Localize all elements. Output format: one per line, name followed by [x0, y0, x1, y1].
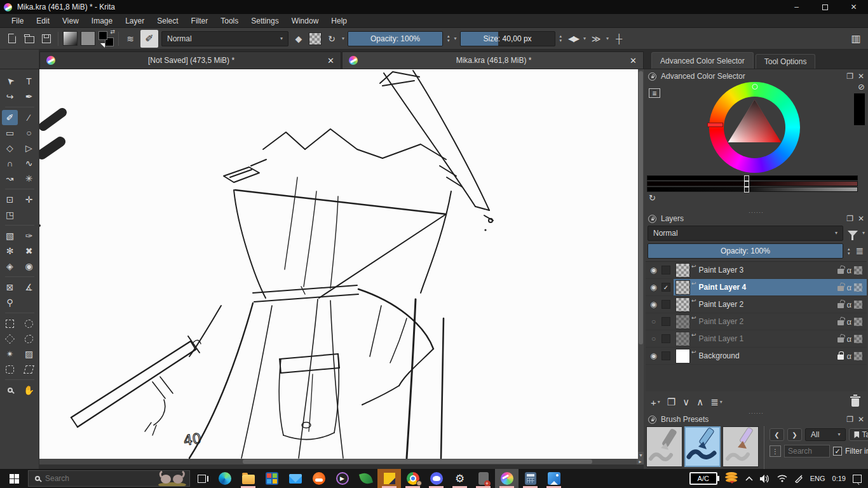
- next-preset-button[interactable]: ❯: [787, 428, 802, 441]
- gradient-tool[interactable]: ▧: [2, 228, 18, 243]
- mirror-horizontal-button[interactable]: ◀▶: [566, 30, 580, 47]
- maximize-button[interactable]: [811, 0, 839, 14]
- enclose-fill-tool[interactable]: ◉: [21, 259, 37, 274]
- spin-down-icon[interactable]: ▾: [560, 39, 562, 43]
- inherit-alpha-icon[interactable]: [854, 335, 862, 343]
- open-document-button[interactable]: [22, 30, 36, 47]
- taskbar-app-discord[interactable]: [424, 469, 448, 488]
- docker-lock-icon[interactable]: [648, 215, 656, 223]
- close-docker-icon[interactable]: ✕: [858, 214, 864, 223]
- layer-visibility-icon[interactable]: ○: [649, 317, 658, 326]
- dynamic-brush-tool[interactable]: ↝: [2, 171, 18, 186]
- preserve-alpha-button[interactable]: [309, 32, 322, 45]
- action-center-icon[interactable]: [853, 475, 862, 483]
- task-view-button[interactable]: [190, 469, 213, 488]
- layer-checkbox[interactable]: [661, 334, 670, 343]
- text-tool[interactable]: T: [21, 74, 37, 89]
- bezier-selection-tool[interactable]: [2, 362, 18, 377]
- add-layer-button[interactable]: +▾: [651, 397, 660, 408]
- horizontal-scrollbar[interactable]: ►: [39, 459, 644, 464]
- menu-layer[interactable]: Layer: [119, 15, 151, 27]
- docker-resize-handle[interactable]: [646, 207, 867, 213]
- tray-app-icon[interactable]: [724, 472, 738, 485]
- hue-slider[interactable]: [647, 175, 858, 180]
- bezier-curve-tool[interactable]: ∩: [2, 156, 18, 171]
- inherit-alpha-icon[interactable]: [854, 352, 862, 360]
- taskbar-app-photos[interactable]: [542, 469, 566, 488]
- taskbar-app-mail[interactable]: [283, 469, 307, 488]
- taskbar-app-edge[interactable]: [213, 469, 236, 488]
- line-tool[interactable]: ∕: [21, 110, 37, 125]
- float-docker-icon[interactable]: ❐: [846, 72, 853, 81]
- menu-image[interactable]: Image: [85, 15, 119, 27]
- layer-visibility-icon[interactable]: ◉: [649, 283, 658, 292]
- layer-row-paint-layer-3[interactable]: ◉ ↩ Paint Layer 3 α: [646, 262, 867, 279]
- chevron-down-icon[interactable]: ▾: [454, 36, 457, 41]
- measure-tool[interactable]: ∡: [21, 280, 37, 295]
- workspace-chooser-button[interactable]: ▥: [849, 30, 863, 47]
- layer-checkbox[interactable]: [661, 300, 670, 309]
- hue-marker[interactable]: [707, 123, 723, 127]
- tag-button[interactable]: Tag ▾: [849, 428, 868, 441]
- layer-unlocked-icon[interactable]: [837, 286, 844, 291]
- hue-slider-handle[interactable]: [744, 175, 749, 181]
- pen-icon[interactable]: [794, 474, 803, 483]
- layer-checkbox[interactable]: [661, 351, 670, 360]
- taskbar-search-input[interactable]: [45, 474, 150, 483]
- document-tab-not-saved[interactable]: [Not Saved] (473,5 MiB) * ✕: [39, 51, 341, 69]
- preset-search-input[interactable]: [788, 447, 826, 456]
- save-button[interactable]: [39, 30, 53, 47]
- saturation-slider-handle[interactable]: [744, 181, 749, 187]
- trim-to-image-button[interactable]: ┼: [612, 30, 626, 47]
- reload-original-preset-button[interactable]: ↻: [325, 30, 339, 47]
- freehand-brush-tool[interactable]: ✐: [2, 110, 18, 125]
- close-tab-icon[interactable]: ✕: [327, 56, 334, 65]
- layer-unlocked-icon[interactable]: [837, 303, 844, 308]
- transform-tool[interactable]: ⊡: [2, 192, 18, 207]
- saturation-slider[interactable]: [647, 181, 858, 186]
- close-docker-icon[interactable]: ✕: [858, 72, 864, 81]
- opacity-spinner[interactable]: ▴▾: [446, 34, 451, 43]
- menu-settings[interactable]: Settings: [245, 15, 285, 27]
- taskbar-app-soundcloud[interactable]: [307, 469, 330, 488]
- layer-row-background[interactable]: ◉ ↩ Background α: [646, 348, 867, 365]
- taskbar-app-chrome[interactable]: [401, 469, 424, 488]
- tray-expand-chevron-icon[interactable]: [745, 476, 753, 481]
- filter-in-tag-checkbox[interactable]: ✓: [833, 447, 842, 456]
- layer-checkbox[interactable]: [661, 317, 670, 326]
- alpha-channel-icon[interactable]: α: [846, 351, 851, 361]
- layer-row-paint-layer-1[interactable]: ○ ↩ Paint Layer 1 α: [646, 330, 867, 348]
- alpha-channel-icon[interactable]: α: [846, 283, 851, 292]
- pattern-edit-tool[interactable]: ✻: [2, 243, 18, 259]
- value-slider[interactable]: [647, 187, 858, 192]
- language-indicator[interactable]: ENG: [810, 475, 825, 482]
- elliptical-selection-tool[interactable]: [21, 316, 37, 331]
- assistants-tool[interactable]: ⊠: [2, 280, 18, 295]
- layer-row-paint-layer-2[interactable]: ◉ ↩ Paint Layer 2 α: [646, 296, 867, 313]
- color-sampler-tool[interactable]: ✑: [21, 228, 37, 243]
- chevron-down-icon[interactable]: ▾: [862, 231, 865, 236]
- contiguous-selection-tool[interactable]: ✴: [2, 346, 18, 362]
- rectangle-tool[interactable]: ▭: [2, 125, 18, 140]
- tag-filter-dropdown[interactable]: All ▾: [805, 428, 846, 441]
- similar-color-selection-tool[interactable]: ▨: [21, 346, 37, 362]
- docker-lock-icon[interactable]: [648, 416, 656, 424]
- taskbar-app-settings[interactable]: ⚙: [448, 469, 471, 488]
- taskbar-app-sticky-notes[interactable]: [377, 469, 401, 488]
- document-tab-mika[interactable]: Mika.kra (461,8 MiB) * ✕: [342, 51, 644, 69]
- taskbar-search-box[interactable]: [28, 470, 190, 487]
- clock[interactable]: 0:19: [832, 475, 846, 482]
- close-button[interactable]: ✕: [839, 0, 868, 14]
- inherit-alpha-icon[interactable]: [854, 318, 862, 326]
- taskbar-app-calculator[interactable]: [519, 469, 542, 488]
- new-document-button[interactable]: [5, 30, 19, 47]
- size-spinner[interactable]: ▴▾: [559, 34, 564, 43]
- layer-filter-icon[interactable]: [848, 231, 858, 236]
- layer-row-paint-layer-4[interactable]: ◉ ✓ ↩ Paint Layer 4 α: [646, 279, 867, 296]
- layer-checkbox[interactable]: [661, 266, 670, 274]
- select-shapes-tool[interactable]: ➤: [2, 74, 18, 89]
- battery-indicator[interactable]: A/C: [689, 472, 717, 485]
- layer-opacity-slider[interactable]: Opacity: 100%: [648, 243, 843, 259]
- reference-images-tool[interactable]: ⚲: [2, 295, 18, 310]
- layer-visibility-icon[interactable]: ◉: [649, 300, 658, 309]
